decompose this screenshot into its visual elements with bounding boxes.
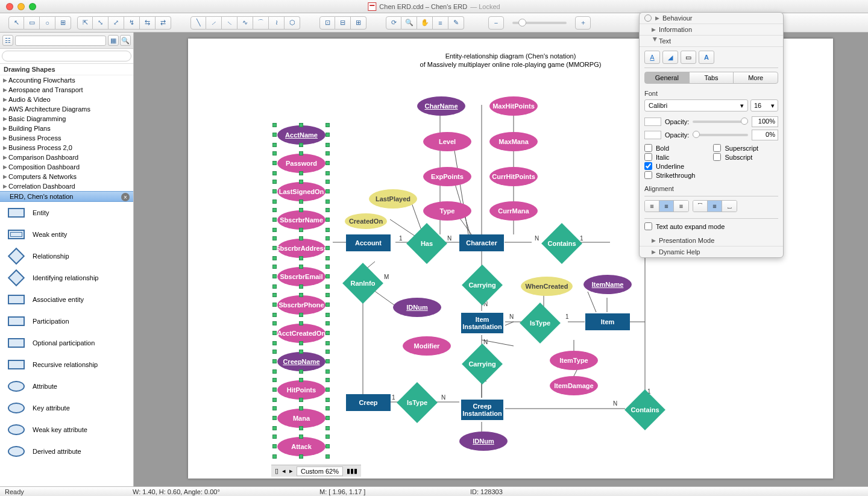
- connector3-button[interactable]: ⤢: [108, 16, 124, 30]
- chk-underline[interactable]: Underline: [644, 162, 695, 170]
- align-left-button[interactable]: ≡: [645, 201, 659, 212]
- group1-button[interactable]: ⊡: [319, 16, 335, 30]
- panel-presentation[interactable]: ▶Presentation Mode: [640, 235, 783, 246]
- stencil-item[interactable]: Participation: [0, 310, 133, 332]
- ellipse-tool-button[interactable]: ○: [40, 16, 55, 30]
- opacity-slider1[interactable]: [693, 121, 748, 123]
- page-thumbs[interactable]: ▮▮▮: [347, 467, 357, 475]
- chk-sub[interactable]: Subscript: [713, 153, 758, 161]
- entity-account[interactable]: Account: [346, 234, 391, 251]
- line1-button[interactable]: ╲: [190, 16, 206, 30]
- minimize-window-button[interactable]: [17, 3, 25, 10]
- zoom-in-button[interactable]: ＋: [575, 16, 591, 30]
- rel-carrying2[interactable]: Carrying: [468, 350, 497, 378]
- connector1-button[interactable]: ⇱: [77, 16, 93, 30]
- zoom-button[interactable]: 🔍: [401, 16, 417, 30]
- chk-strike[interactable]: Strikethrough: [644, 171, 695, 179]
- connector4-button[interactable]: ↯: [124, 16, 140, 30]
- library-item[interactable]: ▶Business Process: [0, 133, 133, 143]
- library-item[interactable]: ▶Correlation Dashboard: [0, 181, 133, 191]
- inspector-panel[interactable]: ▶Behaviour ▶Information ▶Text A ◢ ▭ A Ge…: [639, 12, 784, 258]
- eyedrop-button[interactable]: ✎: [448, 16, 464, 30]
- vtab-prev[interactable]: ◂: [282, 467, 286, 475]
- stencil-item[interactable]: Relationship: [0, 245, 133, 267]
- connector2-button[interactable]: ⤡: [93, 16, 108, 30]
- selected-attr[interactable]: Password: [272, 151, 330, 175]
- library-item[interactable]: ▶Composition Dashboard: [0, 162, 133, 172]
- selected-attr[interactable]: SbscrbrName: [272, 208, 330, 232]
- attr-level[interactable]: Level: [423, 132, 471, 151]
- chk-italic[interactable]: Italic: [644, 153, 695, 161]
- zoom-slider[interactable]: [512, 22, 567, 24]
- library-item[interactable]: ▶Building Plans: [0, 124, 133, 133]
- valign-top-button[interactable]: ⎴: [693, 201, 708, 212]
- connector5-button[interactable]: ⇆: [140, 16, 156, 30]
- tab-general[interactable]: General: [645, 72, 690, 83]
- entity-item[interactable]: Item: [585, 313, 630, 330]
- selected-attr[interactable]: SbscrbrEmail: [272, 265, 330, 289]
- rel-raninfo[interactable]: RanInfo: [348, 269, 377, 298]
- selected-attr[interactable]: SbscrbrAddress: [272, 236, 330, 260]
- library-item[interactable]: ▶Accounting Flowcharts: [0, 75, 133, 85]
- entity-creepinst[interactable]: Creep Instantiation: [459, 398, 505, 422]
- library-item[interactable]: ▶Business Process 2,0: [0, 143, 133, 152]
- hand-button[interactable]: ✋: [417, 16, 433, 30]
- library-item[interactable]: ▶Basic Diagramming: [0, 114, 133, 124]
- opacity-slider2[interactable]: [693, 134, 748, 136]
- attr-type[interactable]: Type: [423, 201, 471, 221]
- zoom-label[interactable]: Custom 62%: [297, 466, 343, 476]
- stencil-item[interactable]: Identifying relationship: [0, 267, 133, 289]
- rel-istype2[interactable]: IsType: [403, 388, 432, 417]
- attr-maxhp[interactable]: MaxHitPoints: [489, 96, 538, 116]
- chk-bold[interactable]: Bold: [644, 144, 695, 152]
- attr-itemname[interactable]: ItemName: [583, 275, 632, 294]
- attr-lastplayed[interactable]: LastPlayed: [369, 189, 417, 209]
- panel-section-information[interactable]: ▶Information: [640, 24, 783, 36]
- grid-view-icon[interactable]: ▦: [108, 35, 119, 46]
- sidebar-search-input[interactable]: [2, 51, 131, 61]
- selected-attr[interactable]: Mana: [272, 406, 330, 430]
- opacity-value1[interactable]: 100%: [752, 116, 778, 127]
- stencil-item[interactable]: Associative entity: [0, 289, 133, 310]
- attr-whencreated[interactable]: WhenCreated: [521, 277, 573, 296]
- refresh-button[interactable]: ⟳: [386, 16, 401, 30]
- selected-attr[interactable]: AcctCreatedOn: [272, 321, 330, 345]
- library-item[interactable]: ▶Aerospace and Transport: [0, 85, 133, 95]
- font-size-select[interactable]: 16▾: [750, 99, 778, 111]
- vtab-scroll[interactable]: ▯: [275, 467, 278, 475]
- attr-maxmana[interactable]: MaxMana: [489, 132, 538, 151]
- stencil-item[interactable]: Key attribute: [0, 397, 133, 419]
- chk-sup[interactable]: Superscript: [713, 144, 758, 152]
- stencil-item[interactable]: Derived attribute: [0, 441, 133, 462]
- sidebar-filter-input[interactable]: [15, 36, 106, 46]
- attr-modifier[interactable]: Modifier: [403, 336, 451, 356]
- entity-character[interactable]: Character: [459, 234, 504, 251]
- stencil-item[interactable]: Attribute: [0, 375, 133, 397]
- stencil-item[interactable]: Entity: [0, 202, 133, 224]
- fill-color-icon[interactable]: ◢: [662, 51, 678, 64]
- close-window-button[interactable]: [6, 3, 13, 10]
- attr-idnum2[interactable]: IDNum: [459, 432, 508, 451]
- poly-button[interactable]: ⬡: [285, 16, 300, 30]
- active-library[interactable]: ERD, Chen's notation ×: [0, 191, 133, 202]
- text-color-icon[interactable]: A: [644, 51, 660, 64]
- entity-creep[interactable]: Creep: [346, 394, 391, 411]
- rel-istype[interactable]: IsType: [526, 309, 555, 337]
- opacity-swatch2[interactable]: [644, 131, 661, 139]
- group3-button[interactable]: ⊞: [351, 16, 366, 30]
- spline-button[interactable]: ≀: [269, 16, 285, 30]
- library-item[interactable]: ▶AWS Architecture Diagrams: [0, 104, 133, 114]
- attr-currhp[interactable]: CurrHitPoints: [489, 167, 538, 186]
- rel-has[interactable]: Has: [412, 229, 441, 258]
- selected-attr[interactable]: Attack: [272, 435, 330, 459]
- zoom-window-button[interactable]: [29, 3, 36, 10]
- zoom-out-button[interactable]: −: [488, 16, 504, 30]
- selected-attr[interactable]: HitPoints: [272, 378, 330, 402]
- selected-attr[interactable]: LastSignedOn: [272, 180, 330, 204]
- connector6-button[interactable]: ⇄: [156, 16, 171, 30]
- text-tool-button[interactable]: ⊞: [55, 16, 71, 30]
- stencil-item[interactable]: Weak entity: [0, 224, 133, 245]
- rel-contains[interactable]: Contains: [547, 229, 576, 258]
- tab-tabs[interactable]: Tabs: [690, 72, 734, 83]
- group2-button[interactable]: ⊟: [335, 16, 351, 30]
